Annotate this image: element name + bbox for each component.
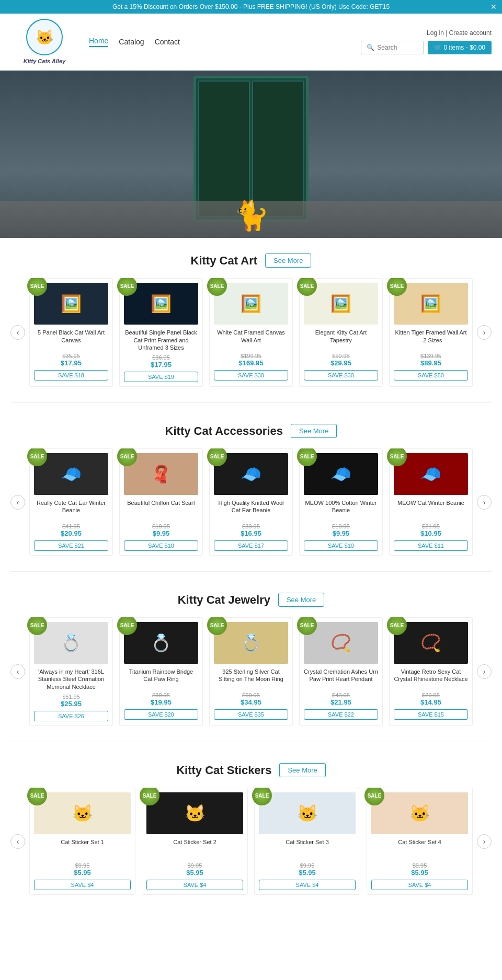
product-emoji: 🧢 (330, 464, 351, 484)
product-card: SALE 🖼️ Elegant Kitty Cat Art Tapestry $… (299, 278, 383, 387)
logo-text: Kitty Cats Alley (24, 57, 65, 65)
original-price: $199.95 (214, 353, 288, 359)
product-emoji: 🖼️ (61, 294, 82, 314)
original-price: $9.95 (146, 862, 243, 869)
see-more-art[interactable]: See More (265, 253, 311, 268)
save-button[interactable]: SAVE $17 (214, 540, 288, 551)
carousel-prev-jewelry[interactable]: ‹ (10, 664, 25, 679)
save-button[interactable]: SAVE $4 (146, 880, 243, 890)
product-name: Cat Sticker Set 3 (259, 838, 356, 859)
save-button[interactable]: SAVE $18 (34, 370, 108, 381)
search-box: 🔍 (361, 41, 424, 54)
product-name: Cat Sticker Set 2 (146, 838, 243, 859)
original-price: $19.95 (304, 523, 378, 529)
products-grid-accessories: SALE 🧢 Really Cute Cat Ear Winter Beanie… (25, 448, 477, 556)
search-input[interactable] (377, 44, 419, 51)
products-grid-stickers: SALE 🐱 Cat Sticker Set 1 $9.95 $5.95 SAV… (25, 788, 477, 895)
search-icon: 🔍 (367, 44, 374, 51)
carousel-next-stickers[interactable]: › (477, 834, 492, 849)
product-card: SALE 🧢 MEOW 100% Cotton Winter Beanie $1… (299, 448, 383, 556)
see-more-accessories[interactable]: See More (291, 424, 337, 438)
save-button[interactable]: SAVE $10 (304, 540, 378, 551)
product-name: Beautiful Chiffon Cat Scarf (124, 499, 198, 520)
product-name: White Cat Framed Canvas Wall Art (214, 329, 288, 350)
original-price: $43.95 (304, 692, 378, 698)
login-link[interactable]: Log in (427, 29, 444, 37)
sale-price: $29.95 (304, 359, 378, 367)
carousel-next-accessories[interactable]: › (477, 495, 492, 510)
save-button[interactable]: SAVE $30 (304, 370, 378, 381)
save-button[interactable]: SAVE $21 (34, 540, 108, 551)
logo-area: 🐱 Kitty Cats Alley (10, 19, 78, 65)
close-banner-button[interactable]: ✕ (490, 3, 497, 11)
carousel-prev-art[interactable]: ‹ (10, 325, 25, 340)
save-button[interactable]: SAVE $26 (34, 711, 108, 721)
product-card: SALE 🐱 Cat Sticker Set 1 $9.95 $5.95 SAV… (29, 788, 135, 895)
original-price: $9.95 (34, 862, 131, 869)
save-button[interactable]: SAVE $11 (394, 540, 468, 551)
save-button[interactable]: SAVE $10 (124, 540, 198, 551)
product-emoji: 🧢 (420, 464, 441, 484)
section-title-stickers: Kitty Cat Stickers (176, 764, 271, 777)
section-divider (10, 402, 492, 403)
product-name: 5 Panel Black Cat Wall Art Canvas (34, 329, 108, 350)
save-button[interactable]: SAVE $19 (124, 372, 198, 382)
product-card: SALE 🧢 High Quality Knitted Wool Cat Ear… (209, 448, 293, 556)
product-name: Vintage Retro Sexy Cat Crystal Rhineston… (394, 668, 468, 689)
product-card: SALE 💍 'Always in my Heart' 316L Stainle… (29, 617, 113, 726)
carousel-prev-stickers[interactable]: ‹ (10, 834, 25, 849)
see-more-stickers[interactable]: See More (279, 763, 325, 777)
section-title-accessories: Kitty Cat Accessories (165, 424, 283, 438)
save-button[interactable]: SAVE $4 (34, 880, 131, 890)
product-emoji: 🖼️ (241, 294, 261, 314)
product-emoji: 🖼️ (151, 294, 172, 314)
product-image: 🐱 (146, 792, 243, 834)
save-button[interactable]: SAVE $22 (304, 709, 378, 720)
products-grid-art: SALE 🖼️ 5 Panel Black Cat Wall Art Canva… (25, 278, 477, 387)
sale-price: $10.95 (394, 529, 468, 537)
product-emoji: 🐱 (185, 803, 206, 823)
save-button[interactable]: SAVE $15 (394, 709, 468, 720)
nav-home[interactable]: Home (89, 37, 108, 47)
save-button[interactable]: SAVE $30 (214, 370, 288, 381)
see-more-jewelry[interactable]: See More (278, 593, 324, 607)
section-header-accessories: Kitty Cat Accessories See More (10, 424, 492, 438)
save-button[interactable]: SAVE $4 (259, 880, 356, 890)
sale-price: $34.95 (214, 698, 288, 706)
sale-price: $21.95 (304, 698, 378, 706)
section-divider (10, 742, 492, 742)
sale-price: $16.95 (214, 529, 288, 537)
section-title-jewelry: Kitty Cat Jewelry (178, 593, 270, 607)
nav-contact[interactable]: Contact (155, 38, 180, 46)
carousel-stickers: ‹ SALE 🐱 Cat Sticker Set 1 $9.95 $5.95 S… (10, 788, 492, 895)
original-price: $36.95 (124, 354, 198, 361)
create-account-link[interactable]: Create account (449, 29, 492, 37)
top-banner: Get a 15% Discount on Orders Over $150.0… (0, 0, 502, 14)
save-button[interactable]: SAVE $20 (124, 709, 198, 720)
header-actions: 🔍 🛒 0 items - $0.00 (361, 41, 492, 54)
save-button[interactable]: SAVE $35 (214, 709, 288, 720)
banner-text: Get a 15% Discount on Orders Over $150.0… (112, 3, 390, 10)
save-button[interactable]: SAVE $4 (371, 880, 468, 890)
main-nav: Home Catalog Contact (78, 37, 361, 47)
cart-button[interactable]: 🛒 0 items - $0.00 (428, 41, 492, 54)
carousel-next-jewelry[interactable]: › (477, 664, 492, 679)
sale-price: $17.95 (34, 359, 108, 367)
save-button[interactable]: SAVE $50 (394, 370, 468, 381)
section-jewelry: Kitty Cat Jewelry See More ‹ SALE 💍 'Alw… (0, 577, 502, 736)
product-name: Titanium Rainbow Bridge Cat Paw Ring (124, 668, 198, 689)
carousel-next-art[interactable]: › (477, 325, 492, 340)
carousel-jewelry: ‹ SALE 💍 'Always in my Heart' 316L Stain… (10, 617, 492, 726)
sale-price: $25.95 (34, 700, 108, 708)
carousel-prev-accessories[interactable]: ‹ (10, 495, 25, 510)
section-stickers: Kitty Cat Stickers See More ‹ SALE 🐱 Cat… (0, 747, 502, 905)
logo-icon: 🐱 (26, 19, 63, 55)
product-card: SALE 🖼️ Beautiful Single Panel Black Cat… (119, 278, 203, 387)
product-card: SALE 🐱 Cat Sticker Set 2 $9.95 $5.95 SAV… (142, 788, 248, 895)
section-divider (10, 571, 492, 572)
nav-catalog[interactable]: Catalog (119, 38, 144, 46)
sale-price: $9.95 (304, 529, 378, 537)
sale-price: $89.95 (394, 359, 468, 367)
sale-price: $19.95 (124, 698, 198, 706)
original-price: $39.95 (124, 692, 198, 698)
